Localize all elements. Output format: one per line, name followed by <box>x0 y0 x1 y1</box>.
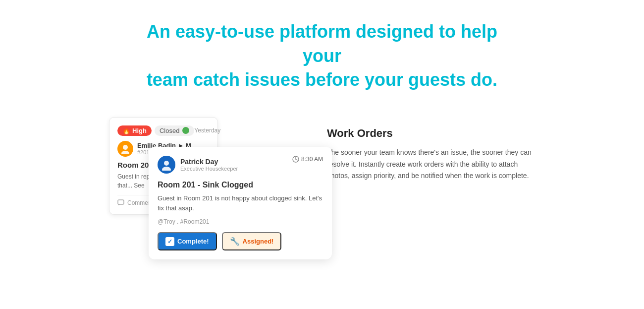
section-title: Work Orders <box>327 127 535 140</box>
high-badge: 🔥 High <box>117 125 152 136</box>
closed-badge: Closed <box>155 125 194 136</box>
wo-avatar-icon <box>161 159 172 171</box>
svg-rect-2 <box>118 200 124 204</box>
content-area: 🔥 High Closed Yesterday <box>74 117 570 215</box>
svg-point-0 <box>123 145 128 150</box>
svg-line-7 <box>296 159 297 160</box>
page-wrapper: An easy-to-use platform designed to help… <box>0 0 644 309</box>
clock-icon <box>292 156 299 163</box>
page-title: An easy-to-use platform designed to help… <box>129 20 515 92</box>
wo-title: Room 201 - Sink Clogged <box>158 181 323 189</box>
comment-icon <box>117 199 124 206</box>
text-content: Work Orders The sooner your team knows t… <box>327 117 535 182</box>
wo-user-details: Patrick Day Executive Housekeeper <box>180 158 238 172</box>
section-description: The sooner your team knows there's an is… <box>327 147 535 182</box>
user-avatar <box>117 141 133 157</box>
issue-date: Yesterday <box>194 127 220 134</box>
svg-point-1 <box>121 151 129 154</box>
wo-user-role: Executive Housekeeper <box>180 166 238 172</box>
ui-mockup: 🔥 High Closed Yesterday <box>109 117 307 215</box>
wo-description: Guest in Room 201 is not happy about clo… <box>158 193 323 213</box>
checkmark-icon <box>165 237 174 246</box>
wo-user-info: Patrick Day Executive Housekeeper <box>158 156 238 174</box>
wo-tags: @Troy . #Room201 <box>158 218 323 225</box>
headline-section: An easy-to-use platform designed to help… <box>129 20 515 92</box>
wo-time: 8:30 AM <box>292 156 323 163</box>
svg-point-4 <box>162 167 171 171</box>
complete-button[interactable]: Complete! <box>158 232 217 250</box>
assigned-button[interactable]: 🔧 Assigned! <box>222 232 282 250</box>
wo-actions: Complete! 🔧 Assigned! <box>158 232 323 250</box>
svg-point-3 <box>164 161 169 166</box>
user-avatar-icon <box>120 143 131 154</box>
wo-user-avatar <box>158 156 175 174</box>
check-dot-icon <box>182 127 189 134</box>
issue-card-header: 🔥 High Closed Yesterday <box>117 125 210 136</box>
fire-icon: 🔥 <box>122 127 130 134</box>
work-order-card: Patrick Day Executive Housekeeper 8:30 A… <box>149 147 332 259</box>
wrench-icon: 🔧 <box>230 237 240 246</box>
wo-user-name: Patrick Day <box>180 158 238 166</box>
wo-header: Patrick Day Executive Housekeeper 8:30 A… <box>158 156 323 174</box>
